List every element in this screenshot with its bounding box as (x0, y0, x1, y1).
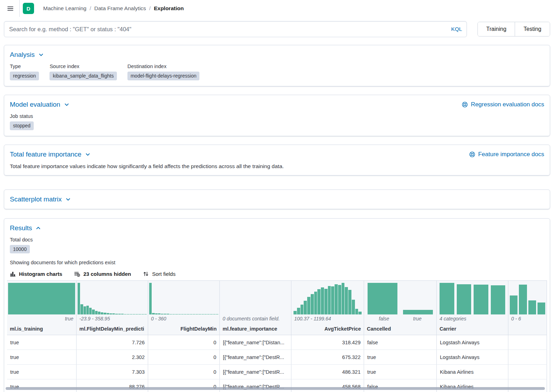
sort-icon (143, 271, 149, 277)
table-cell[interactable]: [{"feature_name":["Distan... (220, 335, 291, 350)
table-cell[interactable]: true (7, 350, 77, 364)
columns-hidden-label: 23 columns hidden (83, 271, 131, 277)
histogram-bar (8, 283, 75, 314)
columns-hidden-button[interactable]: 23 columns hidden (74, 271, 131, 277)
total-feature-importance-section-toggle[interactable]: Total feature importance (10, 151, 91, 158)
testing-button[interactable]: Testing (515, 22, 550, 36)
analysis-section-toggle[interactable]: Analysis (10, 51, 44, 59)
histogram-bar (348, 290, 351, 314)
table-cell[interactable]: 2.302 (77, 350, 148, 364)
table-cell[interactable]: false (364, 335, 437, 350)
total-docs-field: Total docs 10000 (10, 237, 544, 254)
column-name: Cancelled (364, 323, 436, 335)
column-name: ml.is_training (7, 323, 76, 335)
breadcrumb-machine-learning[interactable]: Machine Learning (43, 5, 86, 12)
histogram-bar (167, 314, 169, 315)
histogram-bar (457, 284, 471, 314)
table-cell[interactable]: Logstash Airways (437, 335, 508, 350)
histogram-bar (196, 314, 198, 315)
table-header-cell[interactable]: 0 - 6 (508, 281, 547, 335)
column-range-label: 4 categories (437, 314, 508, 323)
scatterplot-matrix-section-toggle[interactable]: Scatterplot matrix (10, 195, 71, 203)
table-cell[interactable]: 486.321 (291, 365, 364, 379)
sort-fields-button[interactable]: Sort fields (143, 271, 176, 277)
results-subtitle: Showing documents for which predictions … (10, 260, 544, 265)
table-header-cell[interactable]: 100.37 - 1199.64AvgTicketPrice (291, 281, 364, 335)
feature-importance-description: Total feature importance values indicate… (10, 163, 544, 170)
table-cell[interactable]: [{"feature_name":["DestR... (220, 379, 291, 392)
table-header-cell[interactable]: 0 - 360FlightDelayMin (148, 281, 220, 335)
table-header-cell[interactable]: 4 categoriesCarrier (437, 281, 508, 335)
table-header-cell[interactable]: -23.9 - 358.95ml.FlightDelayMin_predicti (77, 281, 148, 335)
table-cell[interactable]: 0 (148, 365, 220, 379)
column-name: Carrier (437, 323, 508, 335)
table-cell[interactable] (508, 365, 547, 379)
histogram-bar (321, 287, 324, 314)
table-cell[interactable]: true (364, 350, 437, 364)
search-box: KQL (4, 21, 467, 37)
histogram-bar (175, 314, 178, 315)
histogram-bar (92, 310, 94, 314)
table-header-cell[interactable]: trueml.is_training (7, 281, 77, 335)
table-cell[interactable] (508, 379, 547, 392)
table-cell[interactable]: 7.726 (77, 335, 148, 350)
model-evaluation-title: Model evaluation (10, 101, 60, 108)
breadcrumb-data-frame-analytics[interactable]: Data Frame Analytics (94, 5, 146, 12)
space-avatar[interactable]: D (23, 3, 34, 14)
histogram-bar (86, 306, 89, 314)
table-cell[interactable]: 318.429 (291, 335, 364, 350)
table-cell[interactable]: 0 (148, 379, 220, 392)
table-cell[interactable] (508, 350, 547, 364)
table-cell[interactable]: [{"feature_name":["DestR... (220, 365, 291, 379)
analysis-field-type: Type regression (10, 64, 39, 80)
histogram-bar (161, 314, 163, 315)
chevron-down-icon (65, 197, 71, 202)
total-feature-importance-title: Total feature importance (10, 151, 81, 158)
column-histogram-chart (437, 281, 508, 314)
table-cell[interactable]: 458.568 (291, 379, 364, 392)
table-header-cell[interactable]: 0 documents contain field.ml.feature_imp… (220, 281, 291, 335)
histogram-bar (314, 292, 317, 315)
regression-evaluation-docs-link[interactable]: Regression evaluation docs (462, 101, 544, 108)
table-header-cell[interactable]: falsetrueCancelled (364, 281, 437, 335)
menu-toggle-button[interactable] (4, 2, 16, 14)
histogram-bar (115, 314, 118, 315)
histogram-bar (118, 314, 121, 315)
horizontal-scrollbar[interactable] (6, 387, 545, 390)
table-cell[interactable]: true (7, 365, 77, 379)
histogram-charts-button[interactable]: Histogram charts (10, 271, 62, 277)
analysis-field-destination-index: Destination index model-flight-delays-re… (127, 64, 200, 80)
feature-importance-docs-link[interactable]: Feature importance docs (469, 151, 544, 158)
column-histogram-chart (7, 281, 76, 314)
column-range-label-part: false (379, 316, 389, 321)
search-input[interactable] (4, 21, 467, 37)
table-cell[interactable]: true (364, 365, 437, 379)
table-cell[interactable]: true (7, 379, 77, 392)
kql-button[interactable]: KQL (451, 26, 462, 32)
table-cell[interactable]: false (364, 379, 437, 392)
table-cell[interactable]: true (7, 335, 77, 350)
scatterplot-matrix-title: Scatterplot matrix (10, 195, 62, 203)
table-cell[interactable]: Kibana Airlines (437, 379, 508, 392)
model-evaluation-section-toggle[interactable]: Model evaluation (10, 101, 70, 108)
histogram-bar (519, 285, 527, 315)
histogram-bar (216, 314, 218, 315)
table-cell[interactable]: 0 (148, 350, 220, 364)
table-cell[interactable]: 7.303 (77, 365, 148, 379)
histogram-bar (345, 287, 348, 314)
table-cell[interactable]: 0 (148, 335, 220, 350)
table-cell[interactable]: 88.276 (77, 379, 148, 392)
table-cell[interactable]: Kibana Airlines (437, 365, 508, 379)
table-body: true7.7260[{"feature_name":["Distan...31… (7, 335, 547, 392)
histogram-bar (152, 313, 154, 315)
table-cell[interactable]: 675.322 (291, 350, 364, 364)
histogram-icon (10, 271, 16, 277)
table-cell[interactable]: Logstash Airways (437, 350, 508, 364)
results-section-toggle[interactable]: Results (10, 224, 41, 232)
histogram-bar (184, 314, 186, 315)
table-cell[interactable] (508, 335, 547, 350)
histogram-bar (190, 314, 192, 315)
training-button[interactable]: Training (478, 22, 515, 36)
results-table: trueml.is_training-23.9 - 358.95ml.Fligh… (7, 280, 547, 392)
table-cell[interactable]: [{"feature_name":["DestR... (220, 350, 291, 364)
